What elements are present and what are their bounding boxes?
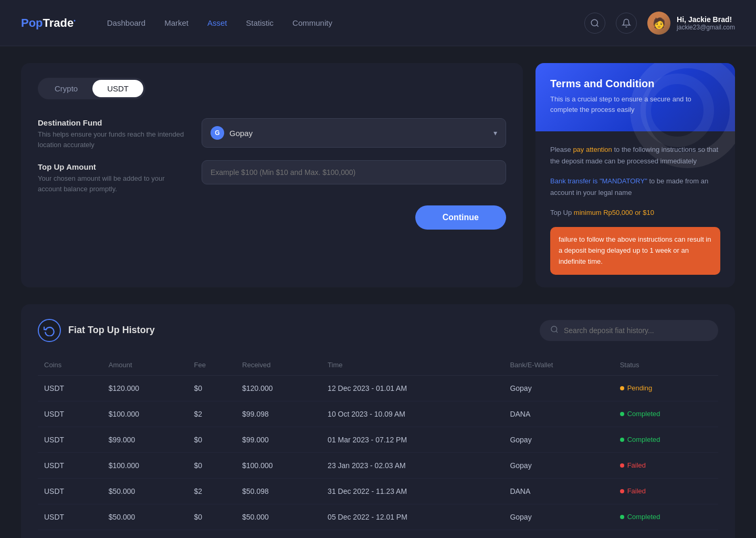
cell-amount: $100.000	[102, 530, 188, 538]
cell-fee: $0	[188, 427, 236, 452]
cell-coin: USDT	[38, 504, 102, 530]
history-table: Coins Amount Fee Received Time Bank/E-Wa…	[38, 357, 718, 538]
cell-received: $99.098	[236, 401, 321, 427]
status-dot-icon	[620, 463, 624, 468]
destination-title: Destination Fund	[38, 118, 185, 127]
avatar: 🧑	[647, 12, 670, 35]
cell-amount: $50.000	[102, 478, 188, 504]
cell-fee: $0	[188, 375, 236, 401]
cell-coin: USDT	[38, 452, 102, 478]
col-amount: Amount	[102, 357, 188, 376]
search-icon	[550, 325, 559, 336]
search-bar[interactable]	[540, 320, 718, 341]
payment-method-select[interactable]: G Gopay ▾	[202, 118, 506, 148]
cell-time: 12 Dec 2023 - 01.01 AM	[321, 375, 503, 401]
form-labels: Destination Fund This helps ensure your …	[38, 118, 185, 230]
select-left: G Gopay	[211, 126, 253, 140]
nav-link-statistic[interactable]: Statistic	[246, 18, 274, 27]
cell-received: $99.000	[236, 427, 321, 452]
continue-button[interactable]: Continue	[415, 205, 506, 230]
table-row: USDT $99.000 $0 $99.000 01 Mar 2023 - 07…	[38, 427, 718, 452]
status-badge: Failed	[620, 487, 712, 495]
cell-time: 31 Dec 2022 - 11.23 AM	[321, 478, 503, 504]
logo[interactable]: PopTrade•	[21, 16, 76, 30]
cell-wallet: Gopay	[503, 427, 613, 452]
history-title: Fiat Top Up History	[38, 319, 155, 342]
user-text: Hi, Jackie Brad! jackie23@gmail.com	[677, 15, 735, 31]
terms-instruction-3-pre: Top Up	[550, 209, 574, 216]
gopay-icon: G	[211, 126, 224, 140]
logo-trade: Trade	[43, 16, 74, 29]
logo-pop: Pop	[21, 16, 43, 29]
cell-status: Completed	[614, 427, 718, 452]
nav-item-asset[interactable]: Asset	[207, 18, 227, 28]
status-badge: Pending	[620, 384, 712, 392]
cell-status: Failed	[614, 478, 718, 504]
table-row: USDT $50.000 $0 $50.000 05 Dec 2022 - 12…	[38, 504, 718, 530]
destination-desc: This helps ensure your funds reach the i…	[38, 129, 185, 150]
cell-wallet: Gopay	[503, 375, 613, 401]
cell-time: 23 Jan 2023 - 02.03 AM	[321, 452, 503, 478]
cell-coin: USDT	[38, 530, 102, 538]
crypto-tab[interactable]: Crypto	[40, 80, 92, 97]
nav-item-market[interactable]: Market	[164, 18, 188, 28]
terms-instruction-2-highlight: Bank transfer is "MANDATORY"	[550, 177, 647, 185]
history-header: Fiat Top Up History	[38, 319, 718, 342]
cell-wallet: Gopay	[503, 530, 613, 538]
col-wallet: Bank/E-Wallet	[503, 357, 613, 376]
cell-status: Completed	[614, 504, 718, 530]
history-table-wrapper: Coins Amount Fee Received Time Bank/E-Wa…	[38, 357, 718, 538]
terms-instruction-2: Bank transfer is "MANDATORY" to be made …	[550, 175, 720, 199]
nav-item-statistic[interactable]: Statistic	[246, 18, 274, 28]
cell-coin: USDT	[38, 401, 102, 427]
cell-status: Completed	[614, 530, 718, 538]
nav-link-asset[interactable]: Asset	[207, 18, 227, 27]
cell-time: 10 Nov 2022 - 09.10 AM	[321, 530, 503, 538]
cell-amount: $120.000	[102, 375, 188, 401]
terms-subtitle: This is a crucial step to ensure a secur…	[550, 94, 720, 115]
form-inputs: G Gopay ▾ Continue	[202, 118, 506, 230]
cell-coin: USDT	[38, 427, 102, 452]
cell-received: $120.000	[236, 375, 321, 401]
history-section: Fiat Top Up History Coins Amount Fee Rec…	[21, 304, 735, 538]
history-heading: Fiat Top Up History	[68, 325, 155, 336]
cell-received: $100.000	[236, 452, 321, 478]
status-dot-icon	[620, 412, 624, 416]
status-label: Pending	[627, 384, 653, 392]
notification-button[interactable]	[616, 13, 637, 34]
history-search-input[interactable]	[564, 326, 708, 335]
nav-link-market[interactable]: Market	[164, 18, 188, 27]
status-label: Completed	[627, 513, 660, 521]
search-button[interactable]	[584, 13, 605, 34]
cell-wallet: Gopay	[503, 452, 613, 478]
cell-amount: $99.000	[102, 427, 188, 452]
svg-point-0	[591, 19, 597, 26]
status-dot-icon	[620, 438, 624, 442]
terms-instruction-1-highlight: pay attention	[573, 146, 612, 153]
nav-item-dashboard[interactable]: Dashboard	[107, 18, 145, 28]
nav-right: 🧑 Hi, Jackie Brad! jackie23@gmail.com	[584, 12, 735, 35]
terms-title: Terms and Condition	[550, 78, 720, 90]
topup-card: Crypto USDT Destination Fund This helps …	[21, 63, 523, 287]
main-content: Crypto USDT Destination Fund This helps …	[0, 46, 756, 538]
usdt-tab[interactable]: USDT	[92, 80, 143, 97]
table-header: Coins Amount Fee Received Time Bank/E-Wa…	[38, 357, 718, 376]
cell-amount: $100.000	[102, 452, 188, 478]
history-icon	[38, 319, 61, 342]
cell-status: Pending	[614, 375, 718, 401]
nav-links: Dashboard Market Asset Statistic Communi…	[107, 18, 584, 28]
table-row: USDT $120.000 $0 $120.000 12 Dec 2023 - …	[38, 375, 718, 401]
user-info[interactable]: 🧑 Hi, Jackie Brad! jackie23@gmail.com	[647, 12, 735, 35]
cell-fee: $2	[188, 478, 236, 504]
nav-link-community[interactable]: Community	[292, 18, 332, 27]
amount-input[interactable]	[202, 160, 506, 184]
cell-status: Failed	[614, 452, 718, 478]
nav-item-community[interactable]: Community	[292, 18, 332, 28]
terms-warning: failure to follow the above instructions…	[550, 227, 720, 274]
status-badge: Completed	[620, 410, 712, 418]
cell-amount: $50.000	[102, 504, 188, 530]
logo-dot: •	[74, 17, 76, 23]
nav-link-dashboard[interactable]: Dashboard	[107, 18, 145, 27]
status-label: Failed	[627, 461, 646, 469]
navbar: PopTrade• Dashboard Market Asset Statist…	[0, 0, 756, 46]
